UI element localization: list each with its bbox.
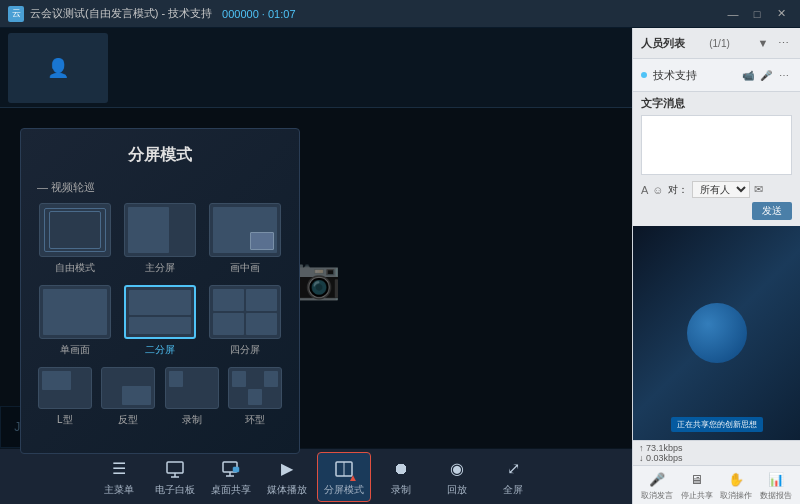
fullscreen-icon: ⤢	[501, 457, 525, 481]
toolbar-broadcast[interactable]: ◉ 回放	[431, 453, 483, 501]
mode-label-reverse: 反型	[118, 413, 138, 427]
sidebar-btn-2[interactable]: ⋯	[774, 34, 792, 52]
mode-label-pip: 画中画	[230, 261, 260, 275]
take-control-icon: ✋	[726, 469, 746, 489]
participant-more-btn[interactable]: ⋯	[776, 67, 792, 83]
participant-actions-0: 📹 🎤 ⋯	[740, 67, 792, 83]
mode-ring[interactable]: 环型	[228, 367, 284, 427]
ctrl-data-label: 数据报告	[760, 490, 792, 501]
ctrl-data[interactable]: 📊 数据报告	[760, 469, 792, 501]
send-button[interactable]: 发送	[752, 202, 792, 220]
participant-video-btn[interactable]: 📹	[740, 67, 756, 83]
mode-label-two: 二分屏	[145, 343, 175, 357]
globe-visual	[687, 303, 747, 363]
format-emoji-btn[interactable]: ☺	[652, 184, 663, 196]
ctrl-mute[interactable]: 🎤 取消发言	[641, 469, 673, 501]
bottom-right-controls: 🎤 取消发言 🖥 停止共享 ✋ 取消操作 📊 数据报告	[633, 465, 800, 504]
mode-thumb-ring	[228, 367, 282, 409]
splitscreen-overlay[interactable]: 分屏模式 — 视频轮巡 自由模式	[0, 108, 632, 448]
toolbar-media[interactable]: ▶ 媒体播放	[261, 453, 313, 501]
mode-four[interactable]: 四分屏	[206, 285, 283, 357]
red-arrow-icon: ▲	[348, 472, 358, 483]
toolbar-media-label: 媒体播放	[267, 483, 307, 497]
mode-l[interactable]: L型	[37, 367, 93, 427]
mode-two[interactable]: 二分屏	[122, 285, 199, 357]
sidebar-btn-1[interactable]: ▼	[754, 34, 772, 52]
sidebar-title: 人员列表	[641, 36, 685, 51]
participant-mic-btn[interactable]: 🎤	[758, 67, 774, 83]
mode-single[interactable]: 单画面	[37, 285, 114, 357]
ctrl-stop-share[interactable]: 🖥 停止共享	[681, 469, 713, 501]
mode-thumb-main	[124, 203, 196, 257]
ctrl-stop-share-label: 停止共享	[681, 490, 713, 501]
title-accent: 000000 · 01:07	[222, 8, 295, 20]
mode-thumb-record	[165, 367, 219, 409]
message-input-row: A ☺ 对： 所有人 ✉	[641, 179, 792, 200]
toolbar-menu[interactable]: ☰ 主菜单	[93, 453, 145, 501]
send-row: 发送	[641, 200, 792, 222]
mode-label-four: 四分屏	[230, 343, 260, 357]
msg-to-select[interactable]: 所有人	[692, 181, 750, 198]
mode-pip[interactable]: 画中画	[206, 203, 283, 275]
preview-overlay-text: 正在共享您的创新思想	[671, 417, 763, 432]
toolbar-splitscreen[interactable]: ▲ 分屏模式	[317, 452, 371, 502]
maximize-button[interactable]: □	[746, 5, 768, 23]
mode-record[interactable]: 录制	[164, 367, 220, 427]
download-stat: ↓ 0.03kbps	[639, 453, 794, 463]
sidebar-controls: ▼ ⋯	[754, 34, 792, 52]
close-button[interactable]: ✕	[770, 5, 792, 23]
mode-grid-row2: 单画面 二分屏	[37, 285, 283, 357]
broadcast-icon: ◉	[445, 457, 469, 481]
toolbar-fullscreen[interactable]: ⤢ 全屏	[487, 453, 539, 501]
mode-thumb-pip	[209, 203, 281, 257]
stats-area: ↑ 73.1kbps ↓ 0.03kbps	[633, 440, 800, 465]
mode-label-free: 自由模式	[55, 261, 95, 275]
content-area: 📷 分屏模式 — 视频轮巡 自由模式	[0, 108, 632, 448]
mode-grid-row3: L型	[37, 367, 283, 427]
toolbar-record[interactable]: ⏺ 录制	[375, 453, 427, 501]
splitscreen-icon: ▲	[332, 457, 356, 481]
person-icon: 👤	[47, 57, 69, 79]
format-a-btn[interactable]: A	[641, 184, 648, 196]
ctrl-take-control[interactable]: ✋ 取消操作	[720, 469, 752, 501]
mode-label-ring: 环型	[245, 413, 265, 427]
window-title: 云会议测试(自由发言模式) - 技术支持	[30, 6, 212, 21]
mode-label-main: 主分屏	[145, 261, 175, 275]
splitscreen-title: 分屏模式	[37, 145, 283, 166]
message-section: 文字消息 A ☺ 对： 所有人 ✉ 发送	[633, 91, 800, 226]
bottom-controls-row: 🎤 取消发言 🖥 停止共享 ✋ 取消操作 📊 数据报告	[639, 469, 794, 501]
send-icon[interactable]: ✉	[754, 183, 763, 196]
menu-icon: ☰	[107, 457, 131, 481]
toolbar-share-label: 桌面共享	[211, 483, 251, 497]
toolbar-whiteboard[interactable]: 电子白板	[149, 453, 201, 501]
sidebar-count: (1/1)	[709, 38, 730, 49]
ctrl-mute-label: 取消发言	[641, 490, 673, 501]
mode-reverse[interactable]: 反型	[101, 367, 157, 427]
participant-name-0: 技术支持	[653, 68, 734, 83]
mode-free[interactable]: 自由模式	[37, 203, 114, 275]
minimize-button[interactable]: —	[722, 5, 744, 23]
mode-main[interactable]: 主分屏	[122, 203, 199, 275]
record-icon: ⏺	[389, 457, 413, 481]
mode-thumb-free	[39, 203, 111, 257]
splitscreen-panel: 分屏模式 — 视频轮巡 自由模式	[20, 128, 300, 454]
preview-section: 正在共享您的创新思想	[633, 226, 800, 440]
main-layout: 👤 📷 分屏模式 — 视频轮巡	[0, 28, 800, 504]
mode-thumb-two	[124, 285, 196, 339]
msg-to-label: 对：	[668, 183, 688, 197]
message-title: 文字消息	[641, 96, 792, 111]
preview-image: 正在共享您的创新思想	[633, 226, 800, 440]
mode-section-label: — 视频轮巡	[37, 180, 283, 195]
mode-thumb-single	[39, 285, 111, 339]
mode-grid-row1: 自由模式	[37, 203, 283, 275]
participant-item-0[interactable]: 技术支持 📹 🎤 ⋯	[637, 63, 796, 87]
toolbar-broadcast-label: 回放	[447, 483, 467, 497]
title-bar-controls: — □ ✕	[722, 5, 792, 23]
participant-list: 技术支持 📹 🎤 ⋯	[633, 59, 800, 91]
right-sidebar: 人员列表 (1/1) ▼ ⋯ 技术支持 📹 🎤 ⋯ 文字消息	[632, 28, 800, 504]
svg-rect-6	[233, 467, 239, 472]
data-icon: 📊	[766, 469, 786, 489]
share-icon	[219, 457, 243, 481]
mute-icon: 🎤	[647, 469, 667, 489]
toolbar-share[interactable]: 桌面共享	[205, 453, 257, 501]
